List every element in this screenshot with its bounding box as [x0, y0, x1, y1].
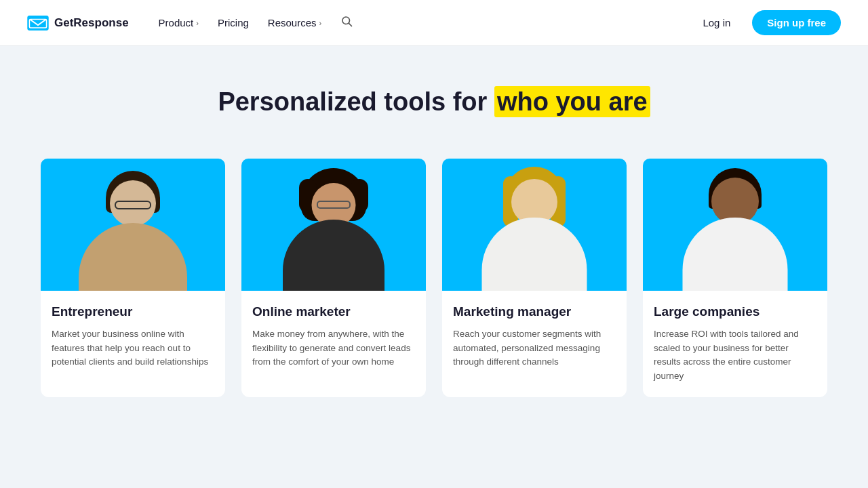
logo[interactable]: GetResponse [27, 16, 129, 30]
card-3-image [442, 159, 627, 291]
card-large-companies[interactable]: Large companies Increase ROI with tools … [643, 159, 827, 398]
card-3-title: Marketing manager [453, 304, 616, 319]
header-actions: Log in Sign up free [692, 10, 841, 35]
hero-title: Personalized tools for who you are [27, 87, 841, 118]
card-4-desc: Increase ROI with tools tailored and sca… [654, 327, 816, 384]
card-marketing-manager[interactable]: Marketing manager Reach your customer se… [442, 159, 627, 398]
nav-pricing[interactable]: Pricing [210, 12, 257, 34]
svg-line-3 [349, 23, 352, 26]
search-icon [340, 15, 353, 27]
card-1-desc: Market your business online with feature… [52, 327, 214, 370]
login-button[interactable]: Log in [692, 12, 741, 34]
card-2-title: Online marketer [252, 304, 415, 319]
card-1-title: Entrepreneur [52, 304, 214, 319]
card-online-marketer[interactable]: Online marketer Make money from anywhere… [241, 159, 426, 398]
card-4-image [643, 159, 827, 291]
card-3-desc: Reach your customer segments with automa… [453, 327, 616, 370]
hero-highlight: who you are [494, 86, 650, 117]
nav-product[interactable]: Product › [151, 12, 207, 34]
card-2-image [241, 159, 426, 291]
card-entrepreneur[interactable]: Entrepreneur Market your business online… [41, 159, 225, 398]
logo-icon [27, 16, 49, 30]
product-chevron-icon: › [196, 19, 199, 27]
search-button[interactable] [332, 9, 361, 36]
resources-chevron-icon: › [319, 19, 322, 27]
nav-resources[interactable]: Resources › [260, 12, 330, 34]
persona-cards: Entrepreneur Market your business online… [41, 159, 827, 398]
signup-button[interactable]: Sign up free [752, 10, 841, 35]
logo-text: GetResponse [54, 16, 129, 30]
main-nav: Product › Pricing Resources › [151, 9, 692, 36]
card-1-image [41, 159, 225, 291]
card-2-desc: Make money from anywhere, with the flexi… [252, 327, 415, 370]
card-4-title: Large companies [654, 304, 816, 319]
